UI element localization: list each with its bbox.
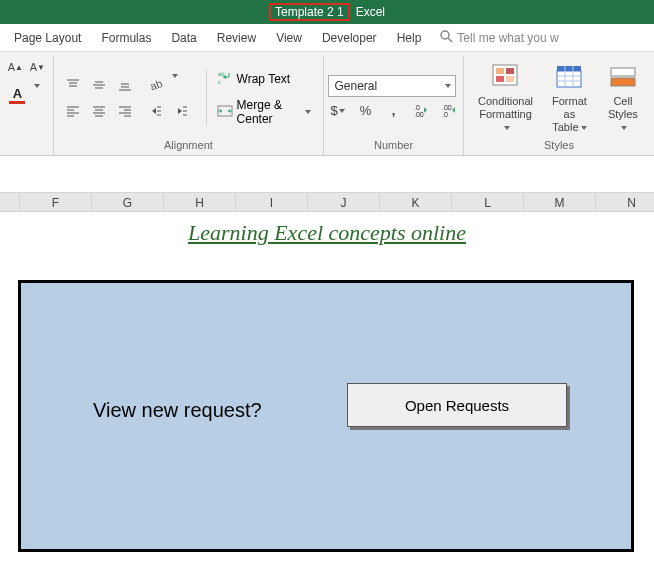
alignment-group-label: Alignment: [62, 137, 315, 155]
font-color-button[interactable]: A: [6, 84, 28, 106]
cell-styles-button[interactable]: CellStyles: [600, 61, 646, 135]
number-group: General $ % , .0.00 .00.0 Number: [324, 56, 464, 155]
col-F[interactable]: F: [20, 193, 92, 211]
ribbon: A▲ A▼ A: [0, 52, 654, 156]
col-K[interactable]: K: [380, 193, 452, 211]
svg-rect-49: [496, 76, 504, 82]
titlebar-filename: Template 2 1: [269, 3, 350, 21]
font-group-fragment: A▲ A▼ A: [0, 56, 54, 155]
col-G[interactable]: G: [92, 193, 164, 211]
svg-rect-47: [496, 68, 504, 74]
decrease-indent-icon[interactable]: [144, 100, 166, 122]
userform-panel: View new request? Open Requests: [18, 280, 634, 552]
align-top-icon[interactable]: [62, 74, 84, 96]
tab-help[interactable]: Help: [387, 27, 432, 49]
chevron-down-icon[interactable]: [34, 84, 40, 88]
svg-text:.0: .0: [442, 111, 448, 118]
merge-center-label: Merge & Center: [237, 98, 299, 126]
svg-marker-37: [220, 109, 222, 113]
comma-style-icon[interactable]: ,: [384, 101, 404, 121]
tab-page-layout[interactable]: Page Layout: [4, 27, 91, 49]
number-group-label: Number: [332, 137, 455, 155]
increase-font-icon[interactable]: A▲: [6, 58, 24, 76]
format-as-table-icon: [553, 61, 585, 93]
wrap-text-button[interactable]: abc Wrap Text: [213, 67, 315, 90]
tell-me-search[interactable]: Tell me what you w: [439, 29, 558, 46]
col-I[interactable]: I: [236, 193, 308, 211]
conditional-formatting-icon: [490, 61, 522, 93]
cond-line1: Conditional: [478, 95, 533, 107]
cell-line2: Styles: [608, 108, 638, 120]
align-left-icon[interactable]: [62, 100, 84, 122]
titlebar-app: Excel: [356, 5, 385, 19]
table-line2: Table: [552, 121, 578, 133]
chevron-down-icon[interactable]: [172, 74, 178, 78]
percent-icon[interactable]: %: [356, 101, 376, 121]
col-gutter[interactable]: [0, 193, 20, 211]
svg-marker-39: [228, 109, 230, 113]
currency-icon[interactable]: $: [328, 101, 348, 121]
svg-rect-50: [506, 76, 514, 82]
col-M[interactable]: M: [524, 193, 596, 211]
svg-text:ab: ab: [148, 76, 164, 91]
alignment-group: ab abc Wrap Text Merge & Center: [54, 56, 324, 155]
number-format-select[interactable]: General: [328, 75, 456, 97]
form-prompt-label: View new request?: [93, 399, 262, 422]
tab-formulas[interactable]: Formulas: [91, 27, 161, 49]
tab-developer[interactable]: Developer: [312, 27, 387, 49]
font-group-label: [8, 137, 45, 155]
svg-text:.00: .00: [442, 104, 452, 111]
banner-row: Learning Excel concepts online: [0, 212, 654, 254]
svg-point-0: [441, 31, 449, 39]
styles-group: ConditionalFormatting Format asTable Cel…: [464, 56, 654, 155]
svg-marker-42: [424, 107, 427, 113]
align-bottom-icon[interactable]: [114, 74, 136, 96]
banner-text: Learning Excel concepts online: [188, 220, 466, 245]
align-center-icon[interactable]: [88, 100, 110, 122]
increase-decimal-icon[interactable]: .0.00: [412, 101, 432, 121]
col-J[interactable]: J: [308, 193, 380, 211]
merge-center-icon: [217, 103, 233, 122]
format-as-table-button[interactable]: Format asTable: [541, 61, 598, 135]
svg-marker-24: [152, 108, 156, 114]
col-H[interactable]: H: [164, 193, 236, 211]
svg-rect-58: [611, 78, 635, 86]
svg-rect-52: [557, 71, 581, 87]
decrease-font-icon[interactable]: A▼: [28, 58, 46, 76]
merge-center-button[interactable]: Merge & Center: [213, 96, 315, 128]
titlebar: Template 2 1 Excel: [0, 0, 654, 24]
align-right-icon[interactable]: [114, 100, 136, 122]
table-line1: Format as: [552, 95, 587, 120]
worksheet-area: F G H I J K L M N Learning Excel concept…: [0, 156, 654, 552]
svg-text:c: c: [218, 79, 221, 85]
conditional-formatting-button[interactable]: ConditionalFormatting: [472, 61, 539, 135]
svg-marker-28: [178, 108, 182, 114]
wrap-text-icon: abc: [217, 69, 233, 88]
chevron-down-icon: [445, 84, 451, 88]
number-format-value: General: [335, 79, 378, 93]
svg-marker-45: [452, 107, 455, 113]
tell-me-label: Tell me what you w: [457, 31, 558, 45]
cond-line2: Formatting: [479, 108, 532, 120]
tab-review[interactable]: Review: [207, 27, 266, 49]
svg-rect-57: [611, 68, 635, 76]
cell-line1: Cell: [613, 95, 632, 107]
open-requests-button[interactable]: Open Requests: [347, 383, 567, 427]
orientation-icon[interactable]: ab: [144, 74, 166, 96]
column-headers: F G H I J K L M N: [0, 192, 654, 212]
svg-line-1: [448, 38, 452, 42]
search-icon: [439, 29, 453, 46]
col-N[interactable]: N: [596, 193, 654, 211]
decrease-decimal-icon[interactable]: .00.0: [440, 101, 460, 121]
cell-styles-icon: [607, 61, 639, 93]
align-middle-icon[interactable]: [88, 74, 110, 96]
tab-view[interactable]: View: [266, 27, 312, 49]
svg-text:ab: ab: [218, 71, 225, 77]
svg-rect-51: [557, 66, 581, 71]
increase-indent-icon[interactable]: [170, 100, 192, 122]
svg-text:.0: .0: [414, 104, 420, 111]
ribbon-tabs: Page Layout Formulas Data Review View De…: [0, 24, 654, 52]
col-L[interactable]: L: [452, 193, 524, 211]
chevron-down-icon[interactable]: [305, 110, 311, 114]
tab-data[interactable]: Data: [161, 27, 206, 49]
